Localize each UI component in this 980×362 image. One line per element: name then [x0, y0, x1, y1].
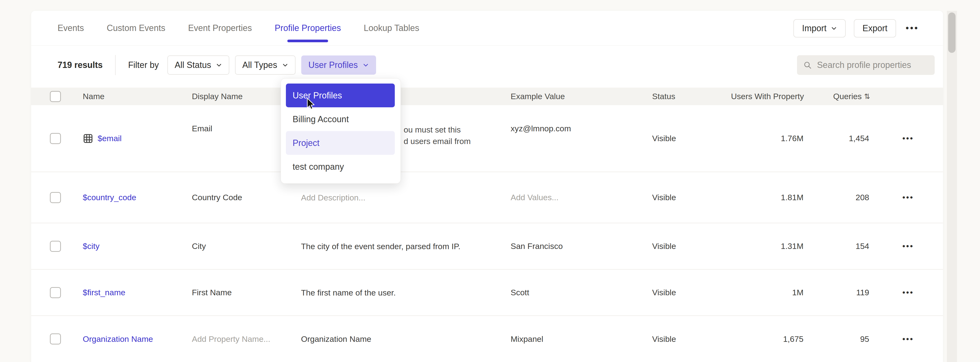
search-box: [797, 55, 935, 75]
tab-lookup-tables[interactable]: Lookup Tables: [364, 11, 419, 45]
example-value-cell[interactable]: Add Values...: [509, 193, 650, 202]
import-label: Import: [802, 23, 827, 33]
description-cell[interactable]: Organization Name: [300, 333, 509, 345]
results-count: 719 results: [57, 60, 103, 70]
status-filter-dropdown[interactable]: All Status: [167, 56, 229, 75]
row-more-button[interactable]: •••: [902, 241, 914, 251]
status-cell[interactable]: Visible: [650, 334, 719, 344]
row-checkbox[interactable]: [50, 333, 61, 344]
export-label: Export: [862, 23, 888, 33]
header-name: Name: [77, 92, 189, 101]
row-more-button[interactable]: •••: [902, 193, 914, 202]
row-more-button[interactable]: •••: [902, 334, 914, 344]
header-queries[interactable]: Queries ⇅: [806, 92, 873, 101]
menu-item-user-profiles[interactable]: User Profiles: [286, 83, 395, 107]
description-cell[interactable]: The city of the event sender, parsed fro…: [300, 241, 509, 252]
chevron-down-icon: [831, 25, 837, 32]
example-value-cell[interactable]: Mixpanel: [509, 334, 650, 344]
queries-cell: 1,454: [806, 134, 873, 143]
sort-icon: ⇅: [864, 92, 870, 100]
description-line: d users email from: [404, 136, 509, 147]
display-name-cell[interactable]: Country Code: [189, 193, 300, 202]
tab-label: Lookup Tables: [364, 23, 419, 33]
row-checkbox[interactable]: [50, 192, 61, 203]
example-value-cell[interactable]: xyz@lmnop.com: [509, 105, 650, 133]
row-checkbox[interactable]: [50, 133, 61, 144]
header-queries-label: Queries: [833, 92, 862, 101]
mouse-cursor-icon: [304, 97, 317, 111]
row-checkbox[interactable]: [50, 287, 61, 298]
select-all-checkbox[interactable]: [50, 91, 61, 102]
header-status: Status: [650, 92, 719, 101]
description-cell[interactable]: The first name of the user.: [300, 287, 509, 298]
more-options-button[interactable]: •••: [904, 23, 920, 33]
status-cell[interactable]: Visible: [650, 134, 719, 143]
tab-label: Events: [57, 23, 84, 33]
users-with-property-cell: 1.31M: [719, 241, 806, 251]
menu-item-label: Project: [293, 138, 320, 148]
export-button[interactable]: Export: [854, 19, 896, 37]
import-button[interactable]: Import: [794, 19, 846, 37]
tab-custom-events[interactable]: Custom Events: [107, 11, 165, 45]
description-line: ou must set this: [404, 124, 509, 136]
queries-cell: 208: [806, 193, 873, 202]
toolbar-actions: Import Export •••: [794, 11, 920, 46]
row-checkbox[interactable]: [50, 241, 61, 252]
table-row: $city City The city of the event sender,…: [31, 223, 943, 270]
description-cell[interactable]: Add Description...: [300, 192, 509, 203]
entity-filter-dropdown[interactable]: User Profiles: [301, 56, 376, 75]
menu-item-billing-account[interactable]: Billing Account: [286, 107, 395, 131]
menu-item-project[interactable]: Project: [286, 131, 395, 155]
table-row: $email Email ou must set this d users em…: [31, 105, 943, 172]
tab-event-properties[interactable]: Event Properties: [188, 11, 252, 45]
status-cell[interactable]: Visible: [650, 288, 719, 297]
header-example-value: Example Value: [509, 92, 650, 101]
display-name-cell[interactable]: City: [189, 241, 300, 251]
entity-dropdown-menu: User Profiles Billing Account Project te…: [281, 78, 401, 183]
tab-label: Custom Events: [107, 23, 165, 33]
tab-profile-properties[interactable]: Profile Properties: [275, 11, 341, 45]
filter-bar: 719 results Filter by All Status All Typ…: [31, 46, 943, 84]
table-row: Organization Name Add Property Name... O…: [31, 316, 943, 362]
users-with-property-cell: 1.76M: [719, 134, 806, 143]
row-more-button[interactable]: •••: [902, 288, 914, 297]
property-name-link[interactable]: $email: [98, 134, 122, 143]
tab-bar: Events Custom Events Event Properties Pr…: [31, 11, 943, 46]
example-value-cell[interactable]: Scott: [509, 288, 650, 297]
table-header: Name Display Name Example Value Status U…: [31, 88, 943, 105]
scrollbar-thumb[interactable]: [948, 13, 956, 53]
type-filter-label: All Types: [242, 60, 277, 70]
tab-label: Profile Properties: [275, 23, 341, 33]
property-name-link[interactable]: $first_name: [83, 288, 126, 297]
menu-item-label: User Profiles: [293, 91, 342, 100]
property-name-link[interactable]: Organization Name: [83, 334, 153, 344]
search-icon: [803, 60, 812, 70]
display-name-cell[interactable]: Add Property Name...: [189, 334, 300, 344]
property-name-link[interactable]: $city: [83, 241, 100, 251]
type-filter-dropdown[interactable]: All Types: [235, 56, 295, 75]
filter-by-label: Filter by: [128, 60, 159, 70]
row-more-button[interactable]: •••: [902, 134, 914, 143]
menu-item-label: test company: [293, 162, 344, 172]
status-cell[interactable]: Visible: [650, 241, 719, 251]
display-name-cell[interactable]: First Name: [189, 288, 300, 297]
example-value-cell[interactable]: San Francisco: [509, 241, 650, 251]
chevron-down-icon: [282, 62, 288, 68]
menu-item-test-company[interactable]: test company: [286, 155, 395, 179]
table-row: $first_name First Name The first name of…: [31, 270, 943, 316]
queries-cell: 154: [806, 241, 873, 251]
queries-cell: 119: [806, 288, 873, 297]
search-input[interactable]: [817, 60, 928, 70]
scrollbar-track: [947, 11, 957, 362]
divider: [115, 55, 116, 75]
users-with-property-cell: 1M: [719, 288, 806, 297]
chevron-down-icon: [216, 62, 222, 68]
lookup-table-icon: [83, 133, 93, 144]
property-name-link[interactable]: $country_code: [83, 193, 136, 202]
properties-table: Name Display Name Example Value Status U…: [31, 88, 943, 362]
tab-events[interactable]: Events: [57, 11, 84, 45]
status-filter-label: All Status: [175, 60, 211, 70]
status-cell[interactable]: Visible: [650, 193, 719, 202]
users-with-property-cell: 1,675: [719, 334, 806, 344]
table-row: $country_code Country Code Add Descripti…: [31, 172, 943, 223]
